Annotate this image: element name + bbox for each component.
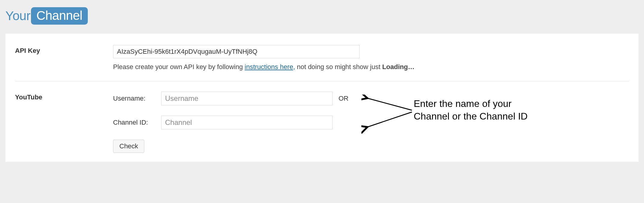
instructions-link[interactable]: instructions here, (245, 63, 295, 71)
username-input[interactable] (161, 92, 333, 105)
apikey-hint: Please create your own API key by follow… (113, 63, 629, 71)
annotation-text: Enter the name of your Channel or the Ch… (414, 98, 528, 123)
annotation-line1: Enter the name of your (414, 98, 528, 110)
apikey-hint-post: not doing so might show just (295, 63, 382, 71)
app-logo: Your Channel (5, 7, 88, 25)
divider (15, 81, 629, 81)
youtube-label: YouTube (15, 92, 113, 101)
channel-subrow: Channel ID: (113, 116, 629, 129)
username-label: Username: (113, 95, 161, 102)
logo-left: Your (5, 9, 30, 23)
or-text: OR (339, 95, 348, 102)
apikey-label: API Key (15, 45, 113, 55)
apikey-hint-pre: Please create your own API key by follow… (113, 63, 245, 71)
channel-label: Channel ID: (113, 119, 161, 126)
channel-input[interactable] (161, 116, 333, 129)
logo-right: Channel (31, 7, 88, 25)
apikey-input[interactable] (113, 45, 360, 58)
youtube-row: YouTube Username: OR Channel ID: Check (15, 92, 629, 153)
annotation-line2: Channel or the Channel ID (414, 110, 528, 123)
settings-card: API Key Please create your own API key b… (5, 34, 639, 162)
check-button[interactable]: Check (113, 140, 144, 153)
apikey-hint-bold: Loading… (382, 63, 415, 71)
username-subrow: Username: OR (113, 92, 629, 105)
apikey-row: API Key Please create your own API key b… (15, 45, 629, 71)
